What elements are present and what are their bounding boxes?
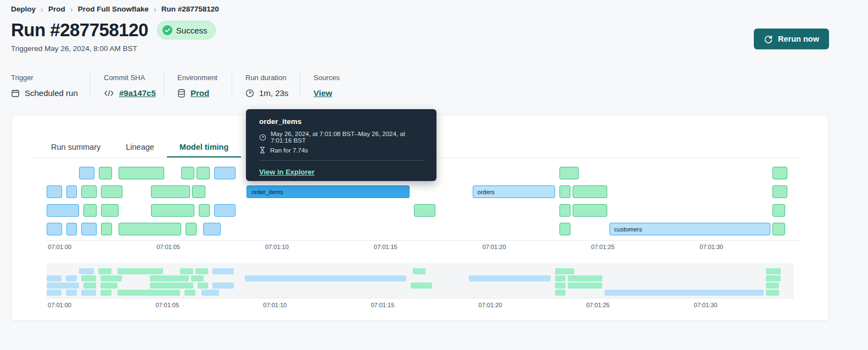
- triggered-timestamp: Triggered May 26, 2024, 8:00 AM BST: [11, 44, 137, 53]
- gantt-bar[interactable]: [197, 167, 210, 179]
- gantt-bar[interactable]: [101, 204, 119, 217]
- gantt-bar[interactable]: [101, 185, 123, 198]
- detail-label: Sources: [313, 74, 355, 82]
- tab-model-timing[interactable]: Model timing: [167, 138, 241, 158]
- gantt-bar[interactable]: [66, 185, 77, 198]
- gantt-bar[interactable]: [414, 204, 436, 217]
- gantt-overview-ticks: 07:01:0007:01:0507:01:1007:01:1507:01:20…: [47, 302, 794, 309]
- axis-tick-label: 07:01:05: [155, 302, 179, 308]
- overview-bar: [766, 268, 781, 274]
- tab-lineage[interactable]: Lineage: [113, 138, 167, 158]
- breadcrumb-separator: ›: [154, 5, 156, 13]
- overview-bar: [195, 268, 209, 274]
- gantt-bar[interactable]: [186, 223, 197, 235]
- gantt-bar[interactable]: [47, 223, 62, 235]
- detail-label: Trigger: [11, 74, 90, 82]
- breadcrumb-item[interactable]: Prod Full Snowflake: [78, 5, 149, 13]
- overview-bar: [766, 290, 779, 296]
- detail-value-text: Scheduled run: [25, 88, 78, 98]
- overview-bar: [411, 283, 432, 289]
- gantt-bar[interactable]: [772, 167, 788, 179]
- gantt-bar[interactable]: [199, 204, 210, 217]
- overview-bar: [766, 275, 781, 281]
- clock-icon: [259, 134, 266, 141]
- gantt-bar[interactable]: [559, 185, 570, 198]
- gantt-bar[interactable]: [151, 185, 190, 198]
- gantt-bar[interactable]: [47, 204, 79, 217]
- status-badge: Success: [157, 21, 216, 39]
- gantt-bar[interactable]: [101, 223, 112, 235]
- gantt-bar[interactable]: [47, 185, 62, 198]
- overview-bar: [766, 283, 779, 289]
- gantt-bar[interactable]: [772, 223, 786, 235]
- gantt-bar-order_items[interactable]: order_items: [247, 185, 410, 198]
- tab-bar: Run summaryLineageModel timingA: [38, 138, 272, 158]
- status-badge-label: Success: [176, 26, 208, 35]
- axis-tick-label: 07:01:30: [699, 244, 723, 250]
- gantt-bar[interactable]: [119, 223, 182, 235]
- detail-label: Environment: [177, 74, 232, 82]
- overview-bar: [47, 290, 61, 296]
- success-check-icon: [163, 25, 172, 35]
- gantt-bar[interactable]: [79, 167, 94, 179]
- overview-bar: [245, 275, 406, 281]
- axis-tick-label: 07:01:20: [483, 244, 506, 250]
- tooltip-model-name: order_items: [259, 117, 423, 126]
- rerun-icon: [764, 35, 773, 44]
- gantt-bar[interactable]: [559, 223, 570, 235]
- detail-value-link[interactable]: Prod: [191, 88, 209, 98]
- view-in-explorer-link[interactable]: View in Explorer: [259, 168, 315, 176]
- breadcrumb-item[interactable]: Prod: [48, 5, 65, 13]
- page-title: Run #287758120: [11, 20, 148, 41]
- gantt-bar[interactable]: [772, 185, 788, 198]
- overview-bar: [47, 283, 79, 289]
- detail-value-link[interactable]: #9a147c5: [119, 88, 156, 98]
- rerun-now-button[interactable]: Rerun now: [754, 29, 829, 49]
- gantt-bar[interactable]: [181, 167, 194, 179]
- breadcrumb-item[interactable]: Run #287758120: [161, 5, 219, 13]
- gantt-bar[interactable]: [83, 204, 97, 217]
- gantt-bar[interactable]: [559, 204, 570, 217]
- hourglass-icon: [259, 146, 266, 154]
- overview-bar: [117, 290, 180, 296]
- gantt-bar[interactable]: [192, 185, 205, 198]
- gantt-bar[interactable]: [119, 167, 164, 179]
- gantt-bar[interactable]: [573, 204, 607, 217]
- tab-run-summary[interactable]: Run summary: [38, 138, 113, 158]
- calendar-icon: [11, 89, 20, 98]
- gantt-bar-customers[interactable]: customers: [609, 223, 770, 235]
- gantt-overview-brush[interactable]: [47, 263, 794, 298]
- overview-bar: [98, 268, 111, 274]
- overview-bar: [117, 268, 163, 274]
- overview-bar: [604, 290, 764, 296]
- overview-bar: [100, 283, 117, 289]
- gantt-bar[interactable]: [151, 204, 194, 217]
- breadcrumb: Deploy›Prod›Prod Full Snowflake›Run #287…: [11, 5, 219, 13]
- overview-bar: [81, 290, 96, 296]
- gantt-bar[interactable]: [214, 167, 236, 179]
- overview-bar: [66, 290, 77, 296]
- detail-label: Commit SHA: [104, 74, 164, 82]
- gantt-bar[interactable]: [573, 185, 607, 198]
- gantt-bar[interactable]: [99, 167, 112, 179]
- gantt-bar-label: customers: [610, 226, 642, 233]
- gantt-bar[interactable]: [81, 223, 97, 235]
- gantt-bar[interactable]: [559, 167, 579, 179]
- overview-bar: [555, 290, 566, 296]
- gantt-bar[interactable]: [214, 204, 236, 217]
- breadcrumb-item[interactable]: Deploy: [11, 5, 36, 13]
- axis-tick-label: 07:01:05: [156, 244, 180, 250]
- gantt-bar[interactable]: [772, 204, 786, 217]
- detail-environment: EnvironmentProd: [164, 71, 232, 98]
- breadcrumb-separator: ›: [41, 5, 43, 13]
- run-detail-page: Deploy›Prod›Prod Full Snowflake›Run #287…: [0, 0, 868, 350]
- gantt-bar[interactable]: [81, 185, 97, 198]
- detail-trigger: TriggerScheduled run: [11, 71, 90, 98]
- gantt-bar[interactable]: [66, 223, 77, 235]
- overview-bar: [79, 268, 94, 274]
- overview-bar: [150, 275, 189, 281]
- gantt-bar-orders[interactable]: orders: [473, 185, 555, 198]
- detail-value-link[interactable]: View: [313, 88, 332, 98]
- gantt-bar[interactable]: [203, 223, 221, 235]
- gantt-x-axis-line: [47, 240, 800, 241]
